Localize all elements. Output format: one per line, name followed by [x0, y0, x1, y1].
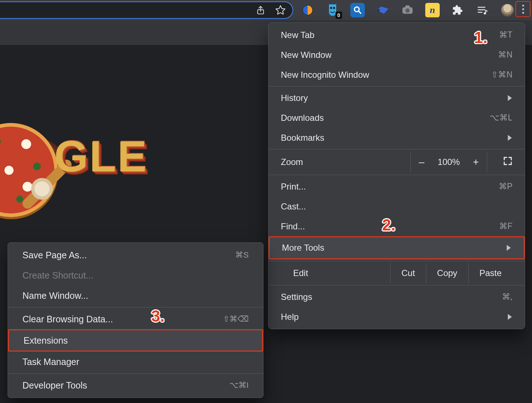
- svg-point-7: [377, 9, 380, 11]
- menu-separator: [8, 307, 263, 307]
- menu-separator: [269, 175, 525, 175]
- menu-item-label: Help: [281, 312, 299, 322]
- chevron-right-icon: [507, 93, 512, 103]
- menu-shortcut: ⌘F: [499, 221, 512, 231]
- chrome-main-menu: New Tab ⌘T New Window ⌘N New Incognito W…: [268, 22, 525, 329]
- submenu-save-page-as[interactable]: Save Page As... ⌘S: [8, 245, 263, 265]
- extension-icon-5[interactable]: [400, 3, 415, 17]
- menu-shortcut: ⇧⌘⌫: [223, 314, 249, 324]
- submenu-developer-tools[interactable]: Developer Tools ⌥⌘I: [8, 375, 263, 395]
- svg-line-6: [359, 11, 361, 14]
- zoom-value: 100%: [432, 157, 465, 167]
- zoom-in-button[interactable]: +: [465, 156, 487, 168]
- submenu-extensions-highlight: Extensions: [8, 329, 263, 352]
- extension-icon-6[interactable]: n: [425, 3, 440, 17]
- menu-item-label: Cast...: [281, 202, 306, 212]
- annotation-3: 3.: [151, 308, 165, 324]
- menu-downloads[interactable]: Downloads ⌥⌘L: [269, 108, 525, 128]
- menu-item-label: Save Page As...: [22, 250, 87, 260]
- menu-item-label: Bookmarks: [281, 133, 324, 143]
- submenu-create-shortcut: Create Shortcut...: [8, 265, 263, 285]
- submenu-task-manager[interactable]: Task Manager: [8, 352, 263, 372]
- menu-shortcut: ⌥⌘L: [490, 113, 512, 123]
- svg-point-4: [333, 7, 335, 9]
- extension-icon-2[interactable]: 0: [325, 3, 340, 17]
- menu-item-label: Task Manager: [22, 357, 79, 367]
- menu-help[interactable]: Help: [269, 307, 525, 327]
- menu-item-label: Name Window...: [22, 290, 88, 301]
- menu-item-label: Extensions: [24, 335, 68, 346]
- submenu-clear-browsing-data[interactable]: Clear Browsing Data... ⇧⌘⌫: [8, 309, 263, 329]
- svg-marker-16: [508, 135, 512, 141]
- svg-rect-10: [405, 5, 410, 8]
- edit-cut-button[interactable]: Cut: [390, 263, 426, 284]
- zoom-out-button[interactable]: –: [411, 156, 432, 168]
- menu-item-label: More Tools: [282, 243, 324, 253]
- extensions-puzzle-icon[interactable]: [450, 3, 465, 17]
- svg-point-9: [405, 8, 410, 13]
- browser-toolbar: 0 n: [0, 0, 532, 20]
- menu-history[interactable]: History: [269, 88, 525, 108]
- svg-point-14: [484, 12, 486, 14]
- menu-item-label: New Incognito Window: [281, 70, 369, 80]
- menu-item-label: Zoom: [281, 157, 303, 167]
- edit-paste-button[interactable]: Paste: [468, 263, 512, 284]
- submenu-name-window[interactable]: Name Window...: [8, 285, 263, 306]
- menu-shortcut: ⇧⌘N: [491, 70, 512, 80]
- menu-settings[interactable]: Settings ⌘,: [269, 287, 525, 307]
- divider: [487, 152, 487, 173]
- menu-shortcut: ⌘P: [499, 182, 512, 191]
- menu-new-window[interactable]: New Window ⌘N: [269, 45, 525, 65]
- annotation-1: 1.: [474, 30, 487, 46]
- menu-more-tools-highlight: More Tools: [269, 236, 525, 259]
- menu-item-label: New Tab: [281, 30, 314, 40]
- doodle-knob: [31, 178, 53, 200]
- chevron-right-icon: [507, 133, 512, 143]
- submenu-extensions[interactable]: Extensions: [9, 330, 262, 351]
- menu-item-label: Find...: [281, 221, 305, 232]
- chevron-right-icon: [506, 243, 511, 253]
- menu-more-tools[interactable]: More Tools: [270, 237, 524, 258]
- extension-icon-1[interactable]: [300, 3, 315, 17]
- svg-marker-15: [508, 95, 512, 101]
- edit-copy-button[interactable]: Copy: [426, 263, 468, 284]
- profile-avatar[interactable]: [500, 3, 515, 17]
- menu-item-label: Developer Tools: [22, 380, 87, 391]
- menu-bookmarks[interactable]: Bookmarks: [269, 128, 525, 148]
- menu-item-label: Edit: [281, 263, 308, 284]
- menu-item-label: Create Shortcut...: [22, 270, 93, 281]
- menu-edit-row: Edit Cut Copy Paste: [269, 263, 525, 284]
- menu-item-label: New Window: [281, 50, 332, 60]
- menu-new-incognito[interactable]: New Incognito Window ⇧⌘N: [269, 65, 525, 85]
- extension-icon-4[interactable]: [375, 3, 390, 17]
- menu-shortcut: ⌘,: [502, 292, 512, 302]
- address-bar[interactable]: [0, 1, 293, 19]
- menu-item-label: Print...: [281, 182, 306, 192]
- menu-item-label: Settings: [281, 292, 312, 302]
- share-icon[interactable]: [256, 5, 266, 15]
- extension-badge: 0: [335, 12, 342, 19]
- annotation-2: 2.: [382, 217, 396, 233]
- menu-shortcut: ⌘N: [498, 50, 512, 60]
- extension-icon-3[interactable]: [350, 3, 365, 17]
- menu-item-label: History: [281, 93, 308, 103]
- media-control-icon[interactable]: [475, 3, 490, 17]
- menu-separator: [269, 86, 525, 86]
- chrome-menu-button[interactable]: [515, 1, 531, 17]
- menu-find[interactable]: Find... ⌘F: [269, 216, 525, 236]
- menu-item-label: Clear Browsing Data...: [22, 314, 113, 324]
- menu-separator: [8, 373, 263, 374]
- more-tools-submenu: Save Page As... ⌘S Create Shortcut... Na…: [8, 242, 263, 398]
- svg-point-3: [330, 7, 332, 9]
- menu-print[interactable]: Print... ⌘P: [269, 177, 525, 196]
- svg-marker-17: [507, 245, 511, 251]
- menu-separator: [269, 149, 525, 149]
- svg-point-5: [354, 7, 359, 12]
- star-icon[interactable]: [275, 5, 286, 16]
- fullscreen-icon[interactable]: [503, 156, 512, 168]
- doodle-letters: GLE: [54, 135, 148, 178]
- menu-cast[interactable]: Cast...: [269, 196, 525, 216]
- svg-marker-1: [276, 6, 285, 14]
- menu-shortcut: ⌥⌘I: [229, 381, 249, 390]
- menu-shortcut: ⌘T: [499, 30, 512, 40]
